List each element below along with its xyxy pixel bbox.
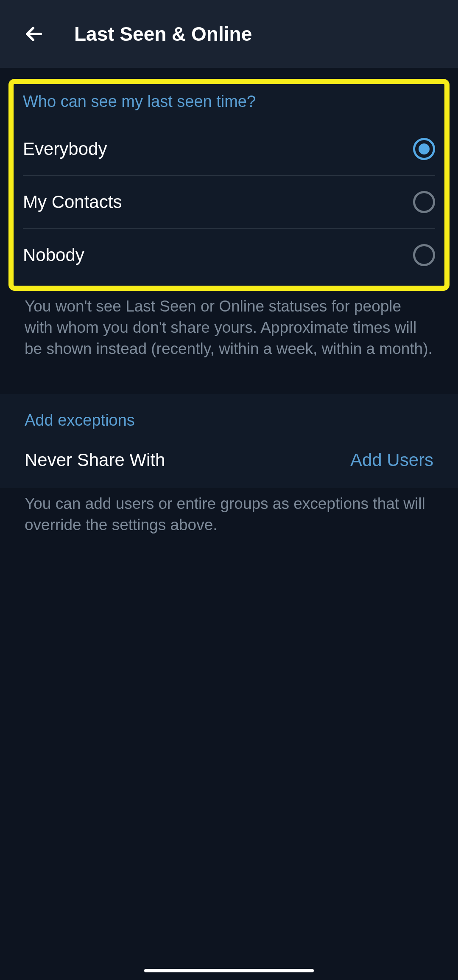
last-seen-section-title: Who can see my last seen time? (23, 93, 435, 111)
exceptions-description: You can add users or entire groups as ex… (0, 488, 458, 560)
radio-option-nobody[interactable]: Nobody (23, 229, 435, 281)
radio-button-icon (413, 138, 435, 160)
radio-option-everybody[interactable]: Everybody (23, 123, 435, 176)
radio-option-my-contacts[interactable]: My Contacts (23, 176, 435, 229)
add-users-link[interactable]: Add Users (350, 450, 433, 470)
home-indicator[interactable] (144, 969, 314, 972)
page-title: Last Seen & Online (74, 22, 252, 45)
never-share-with-label: Never Share With (25, 450, 165, 470)
exceptions-section: Add exceptions Never Share With Add User… (0, 394, 458, 488)
radio-label: Everybody (23, 139, 107, 159)
radio-label: Nobody (23, 245, 84, 265)
radio-button-icon (413, 244, 435, 266)
last-seen-description: You won't see Last Seen or Online status… (0, 291, 458, 384)
radio-label: My Contacts (23, 192, 122, 212)
back-icon[interactable] (21, 21, 47, 47)
never-share-with-row[interactable]: Never Share With Add Users (0, 437, 458, 488)
header: Last Seen & Online (0, 0, 458, 68)
radio-button-icon (413, 191, 435, 213)
exceptions-section-title: Add exceptions (0, 394, 458, 437)
last-seen-section-highlight: Who can see my last seen time? Everybody… (8, 79, 450, 291)
